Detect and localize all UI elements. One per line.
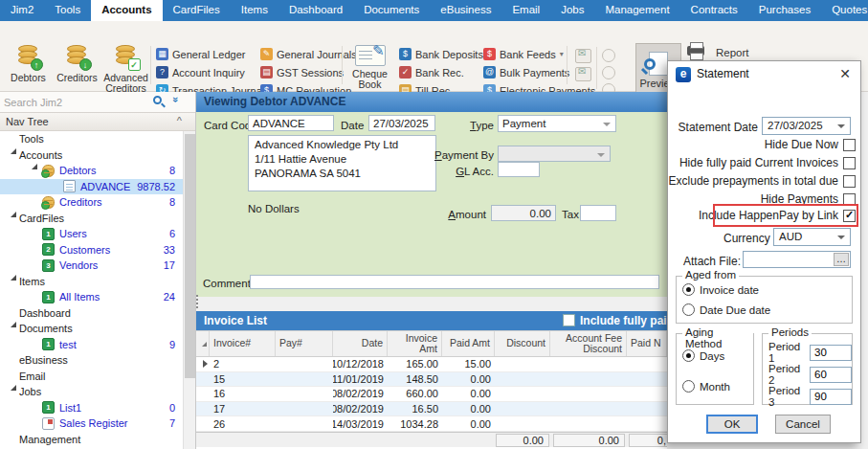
hide-fully-paid-current-invoices-checkbox[interactable] bbox=[843, 157, 856, 169]
sidebar-item-ebusiness[interactable]: eBusiness bbox=[0, 352, 183, 369]
sidebar-item-test[interactable]: 1test9 bbox=[0, 337, 183, 353]
table-row[interactable]: 210/12/2018165.0015.00 bbox=[196, 357, 667, 372]
table-row[interactable]: 1708/02/201916.500.00 bbox=[196, 402, 667, 417]
column-header-invoice-[interactable]: Invoice# bbox=[210, 331, 276, 356]
column-header-date[interactable]: Date bbox=[333, 331, 388, 356]
close-icon[interactable]: ✕ bbox=[839, 66, 851, 81]
type-select[interactable]: Payment bbox=[498, 115, 616, 132]
date-due-date-radio[interactable] bbox=[682, 303, 695, 316]
card-code-field[interactable] bbox=[248, 115, 334, 131]
sidebar-item-email[interactable]: Email bbox=[0, 369, 183, 385]
menu-tab-jobs[interactable]: Jobs bbox=[550, 0, 594, 21]
mail-copy-icon[interactable] bbox=[575, 67, 591, 81]
bank-deposits-button[interactable]: $Bank Deposits bbox=[399, 45, 483, 63]
sidebar-item-dashboard[interactable]: Dashboard bbox=[0, 305, 183, 322]
comment-field[interactable] bbox=[250, 275, 659, 289]
debtors-button[interactable]: ↑Debtors bbox=[4, 45, 53, 94]
menu-tab-quotes[interactable]: Quotes bbox=[821, 0, 868, 21]
bank-rec--button[interactable]: ✓Bank Rec. bbox=[399, 63, 483, 81]
sidebar-item-jobs[interactable]: Jobs bbox=[0, 384, 183, 400]
menu-tab-accounts[interactable]: Accounts bbox=[91, 0, 162, 21]
sidebar-item-cardfiles[interactable]: CardFiles bbox=[0, 211, 183, 227]
sidebar-item-vendors[interactable]: 3Vendors17 bbox=[0, 258, 183, 274]
sidebar-item-sales-register[interactable]: Sales Register7 bbox=[0, 415, 183, 432]
column-header-invoice-amt[interactable]: Invoice Amt bbox=[388, 331, 442, 356]
menu-tab-documents[interactable]: Documents bbox=[353, 0, 430, 21]
menu-tab-email[interactable]: Email bbox=[501, 0, 550, 21]
ok-button[interactable]: OK bbox=[706, 415, 758, 434]
reply-arrow-icon[interactable] bbox=[602, 66, 615, 79]
table-cell bbox=[276, 402, 333, 416]
sidebar-item-tools[interactable]: Tools bbox=[0, 131, 183, 147]
search-input[interactable] bbox=[4, 94, 147, 110]
scrollbar-thumb[interactable] bbox=[185, 134, 195, 378]
account-inquiry-button[interactable]: ?Account Inquiry bbox=[156, 63, 264, 81]
cheque-book-button[interactable]: Cheque Book bbox=[345, 45, 394, 90]
sidebar-item-creditors[interactable]: Creditors8 bbox=[0, 194, 183, 211]
table-row[interactable]: 1608/02/2019660.000.00 bbox=[196, 387, 667, 402]
row-expander-cell bbox=[196, 372, 210, 387]
address-box[interactable]: Advanced Knowledge Pty Ltd 1/11 Hattie A… bbox=[248, 135, 436, 191]
include-happenpay-by-link-checkbox[interactable] bbox=[843, 210, 856, 222]
column-header-discount[interactable]: Discount bbox=[495, 331, 550, 356]
sidebar-item-all-items[interactable]: 1All Items24 bbox=[0, 289, 183, 305]
column-header-paid-amt[interactable]: Paid Amt bbox=[442, 331, 495, 356]
column-header-paid-n[interactable]: Paid N bbox=[627, 331, 667, 356]
menu-tab-cardfiles[interactable]: CardFiles bbox=[163, 0, 231, 21]
sidebar-item-debtors[interactable]: Debtors8 bbox=[0, 163, 183, 179]
sidebar-item-management[interactable]: Management bbox=[0, 432, 183, 448]
sidebar-item-list1[interactable]: 1List10 bbox=[0, 400, 183, 416]
hide-payments-checkbox[interactable] bbox=[843, 193, 856, 206]
email-actions-icons bbox=[572, 47, 618, 99]
days-radio[interactable] bbox=[682, 349, 695, 362]
hide-due-now-checkbox[interactable] bbox=[843, 139, 856, 151]
period-2-field[interactable] bbox=[810, 367, 852, 383]
attach-browse-button[interactable]: … bbox=[834, 253, 849, 266]
table-row[interactable]: 2614/03/20191034.280.00 bbox=[196, 416, 667, 432]
exclude-prepayments-in-total-due-checkbox[interactable] bbox=[843, 175, 856, 188]
creditors-button[interactable]: ↓Creditors bbox=[53, 45, 101, 94]
collapse-panel-icon[interactable]: ^ bbox=[177, 115, 182, 126]
advanced-creditors-button[interactable]: ✓Advanced Creditors bbox=[101, 45, 150, 94]
period-1-field[interactable] bbox=[810, 345, 852, 361]
menu-tab-dashboard[interactable]: Dashboard bbox=[278, 0, 353, 21]
amount-field[interactable] bbox=[491, 205, 556, 221]
menu-tab-tools[interactable]: Tools bbox=[44, 0, 91, 21]
cheque-book-label: Cheque Book bbox=[345, 69, 394, 90]
sidebar-item-documents[interactable]: Documents bbox=[0, 321, 183, 337]
menu-tab-items[interactable]: Items bbox=[231, 0, 278, 21]
sidebar-item-accounts[interactable]: Accounts bbox=[0, 147, 183, 164]
date-field[interactable] bbox=[368, 115, 435, 131]
search-icon[interactable] bbox=[153, 96, 162, 104]
sidebar-item-advance[interactable]: ADVANCE9878.52 bbox=[0, 179, 183, 195]
column-header-pay-[interactable]: Pay# bbox=[276, 331, 333, 356]
reply-arrow-icon[interactable] bbox=[602, 49, 615, 62]
menu-tab-purchases[interactable]: Purchases bbox=[748, 0, 821, 21]
currency-select[interactable]: AUD bbox=[773, 228, 851, 246]
sidebar-item-customers[interactable]: 2Customers33 bbox=[0, 242, 183, 258]
general-ledger-button[interactable]: ▦General Ledger bbox=[156, 45, 264, 63]
sidebar-item-users[interactable]: 1Users6 bbox=[0, 226, 183, 242]
menu-tab-ebusiness[interactable]: eBusiness bbox=[430, 0, 501, 21]
print-icon[interactable] bbox=[687, 46, 704, 56]
mail-copy-icon[interactable] bbox=[575, 49, 591, 63]
dialog-title-bar[interactable]: e Statement ✕ bbox=[668, 61, 860, 86]
menu-tab-jim2[interactable]: Jim2 bbox=[0, 0, 44, 21]
tax-field[interactable] bbox=[580, 205, 616, 221]
sidebar-item-items[interactable]: Items bbox=[0, 274, 183, 290]
table-row[interactable]: 1511/01/2019148.500.00 bbox=[196, 372, 667, 388]
include-fully-paid-checkbox[interactable] bbox=[563, 314, 575, 326]
payment-by-select[interactable] bbox=[498, 146, 611, 162]
double-chevron-down-icon[interactable]: » bbox=[170, 97, 182, 102]
cancel-button[interactable]: Cancel bbox=[775, 415, 831, 434]
menu-tab-management[interactable]: Management bbox=[594, 0, 679, 21]
period-3-field[interactable] bbox=[810, 389, 852, 405]
splitter-handle[interactable] bbox=[195, 293, 199, 314]
statement-date-select[interactable]: 27/03/2025 bbox=[762, 117, 851, 135]
invoice-date-radio[interactable] bbox=[682, 283, 695, 296]
sidebar-scrollbar[interactable] bbox=[183, 131, 195, 449]
month-radio[interactable] bbox=[682, 380, 695, 393]
gl-acc-field[interactable] bbox=[498, 162, 540, 177]
column-header-account-fee-discount[interactable]: Account Fee Discount bbox=[550, 331, 627, 356]
menu-tab-contracts[interactable]: Contracts bbox=[680, 0, 748, 21]
